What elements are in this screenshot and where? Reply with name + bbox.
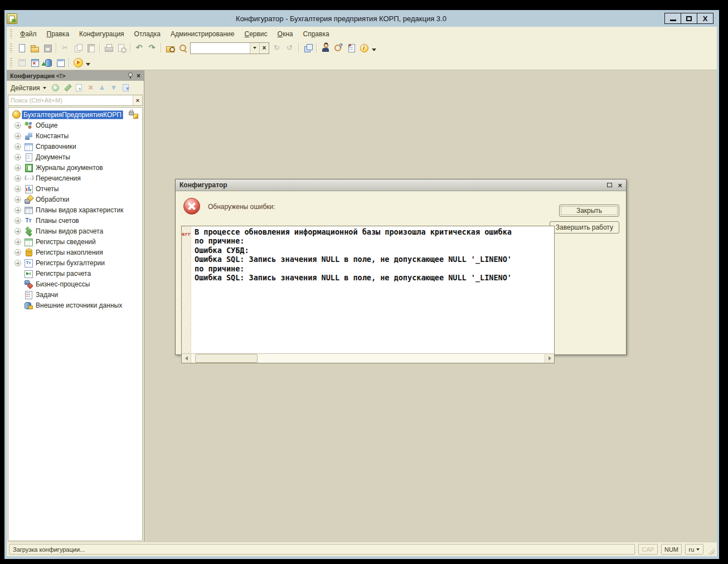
dialog-maximize-button[interactable]: [607, 183, 612, 187]
close-error-dialog-button[interactable]: Закрыть: [559, 205, 619, 217]
update-db-button[interactable]: [41, 56, 54, 69]
move-up-button[interactable]: [96, 82, 108, 94]
dialog-titlebar[interactable]: Конфигуратор ×: [176, 179, 626, 191]
error-text[interactable]: В процессе обновления информационной баз…: [191, 226, 554, 353]
menu-windows[interactable]: Окна: [273, 28, 298, 40]
tree-item[interactable]: Общие: [8, 120, 142, 130]
expand-icon[interactable]: [14, 207, 21, 213]
expand-icon[interactable]: [14, 164, 21, 171]
menubar-gripper[interactable]: [10, 29, 12, 38]
horizontal-scrollbar[interactable]: [182, 353, 554, 363]
move-down-button[interactable]: [108, 82, 120, 94]
menu-file[interactable]: Файл: [15, 28, 42, 40]
tree-item[interactable]: Отчеты: [8, 183, 142, 194]
menu-service[interactable]: Сервис: [239, 28, 272, 40]
minimize-button[interactable]: [664, 13, 681, 24]
expand-icon[interactable]: [14, 217, 21, 224]
tree-item[interactable]: Планы счетов: [8, 215, 142, 226]
dialog-close-button[interactable]: ×: [618, 182, 622, 189]
tree-item[interactable]: Справочники: [8, 141, 142, 152]
add-button[interactable]: [50, 82, 61, 94]
menu-debug[interactable]: Отладка: [129, 28, 166, 40]
tree-item[interactable]: Обработки: [8, 194, 142, 205]
actions-menu-button[interactable]: Действия: [8, 83, 50, 93]
menu-configuration[interactable]: Конфигурация: [74, 28, 129, 40]
copy-window-button[interactable]: [301, 42, 314, 55]
scrollbar-thumb[interactable]: [195, 354, 258, 363]
tree-filter-clear-button[interactable]: ×: [133, 95, 142, 105]
syntax-check-button[interactable]: [332, 42, 344, 55]
expand-icon[interactable]: [14, 154, 21, 161]
overflow-chevron-icon[interactable]: [86, 63, 90, 66]
form-button[interactable]: [54, 56, 66, 69]
accounts-icon: [24, 216, 33, 225]
back-button[interactable]: [133, 42, 145, 55]
tree-item[interactable]: Задачи: [8, 289, 142, 300]
new-document-button[interactable]: [15, 42, 28, 55]
menu-help[interactable]: Справка: [298, 28, 334, 40]
tree-item[interactable]: Внешние источники данных: [8, 300, 142, 310]
edit-button[interactable]: [61, 82, 73, 94]
expand-icon[interactable]: [14, 249, 21, 256]
syntax-assistant-button[interactable]: [319, 42, 332, 55]
maximize-button[interactable]: [681, 13, 697, 24]
tree-item[interactable]: Константы: [8, 130, 142, 141]
tree-item-label: Планы видов расчета: [36, 227, 103, 235]
tree-item[interactable]: Планы видов расчета: [8, 226, 142, 236]
templates-button[interactable]: [344, 42, 357, 55]
tree-item[interactable]: Бизнес-процессы: [8, 279, 142, 289]
tree-item[interactable]: Перечисления: [8, 173, 142, 183]
panel-action-bar: Действия: [7, 81, 144, 95]
expand-icon[interactable]: [14, 228, 21, 235]
accumreg-icon: [24, 248, 33, 257]
charkinds-icon: [24, 206, 33, 215]
tree-item[interactable]: Регистры накопления: [8, 247, 142, 257]
toolbar-gripper[interactable]: [10, 43, 12, 53]
expand-icon[interactable]: [14, 133, 21, 139]
scrollbar-track[interactable]: [191, 354, 545, 363]
terminate-session-button[interactable]: Завершить работу: [550, 221, 619, 234]
language-indicator[interactable]: ru: [685, 544, 703, 555]
tree-item[interactable]: Документы: [8, 152, 142, 162]
panel-close-button[interactable]: ×: [137, 72, 140, 79]
tree-root-label[interactable]: БухгалтерияПредприятияКОРП: [22, 110, 123, 119]
expand-icon[interactable]: [14, 175, 21, 182]
close-window-button[interactable]: [28, 56, 41, 69]
overflow-chevron-icon[interactable]: [372, 48, 376, 51]
forward-button[interactable]: [145, 42, 158, 55]
expand-icon[interactable]: [14, 186, 21, 192]
scroll-right-button[interactable]: [545, 354, 554, 363]
expand-icon[interactable]: [14, 196, 21, 203]
tree-root-item[interactable]: БухгалтерияПредприятияКОРП: [8, 109, 142, 120]
list-button[interactable]: [120, 82, 132, 94]
tree-item[interactable]: Планы видов характеристик: [8, 205, 142, 215]
search-dropdown-button[interactable]: [250, 43, 259, 54]
expand-icon[interactable]: [14, 143, 21, 150]
find-button[interactable]: [176, 42, 189, 55]
scroll-left-button[interactable]: [182, 354, 191, 363]
tree-item[interactable]: Регистры бухгалтерии: [8, 257, 142, 268]
global-search-button[interactable]: [163, 42, 176, 55]
expand-icon[interactable]: [14, 260, 21, 266]
menu-edit[interactable]: Правка: [42, 28, 75, 40]
tree-item[interactable]: Регистры сведений: [8, 236, 142, 247]
close-button[interactable]: X: [697, 13, 714, 24]
new-document-icon: [17, 43, 27, 53]
delete-button[interactable]: [85, 82, 96, 94]
expand-icon[interactable]: [14, 239, 21, 245]
expand-icon[interactable]: [14, 122, 21, 129]
menu-administration[interactable]: Администрирование: [166, 28, 239, 40]
resize-grip[interactable]: [707, 547, 715, 555]
tree-item[interactable]: Регистры расчета: [8, 268, 142, 279]
tree-filter-input[interactable]: [8, 95, 133, 105]
search-clear-button[interactable]: ×: [259, 43, 269, 54]
pin-icon[interactable]: [128, 72, 133, 79]
toolbar-separator: [56, 43, 56, 53]
info-button[interactable]: [357, 42, 370, 55]
open-button[interactable]: [28, 42, 41, 55]
copy-add-button[interactable]: [73, 82, 85, 94]
toolbar-gripper-2[interactable]: [10, 58, 12, 67]
debug-start-button[interactable]: [71, 56, 84, 69]
tree-item[interactable]: Журналы документов: [8, 162, 142, 173]
search-input[interactable]: [191, 43, 250, 54]
